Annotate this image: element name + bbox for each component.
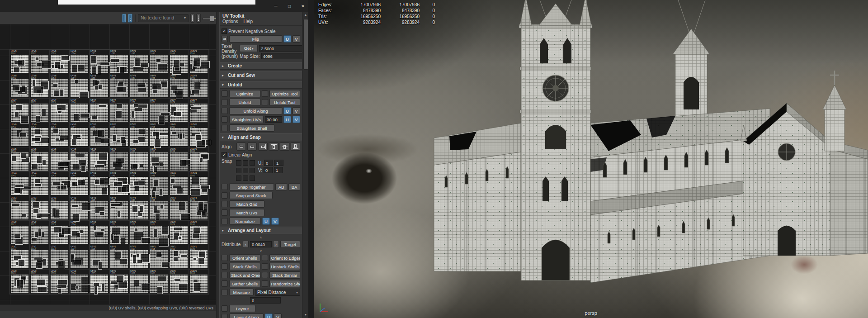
unfold-icon[interactable] bbox=[222, 99, 228, 105]
stack-shells-button[interactable]: Stack Shells bbox=[229, 263, 260, 270]
snap-grid-checkbox[interactable] bbox=[250, 160, 255, 166]
optimize-tool-button[interactable]: Optimize Tool bbox=[269, 90, 301, 97]
align-bottom-button[interactable] bbox=[291, 142, 300, 151]
help-menu[interactable]: Help bbox=[243, 19, 253, 24]
distribute-value[interactable] bbox=[250, 241, 272, 247]
snap-v-min[interactable] bbox=[264, 167, 273, 173]
straighten-shell-icon[interactable] bbox=[222, 125, 228, 131]
image-display-icon[interactable] bbox=[190, 14, 194, 23]
optimize-tool-icon[interactable] bbox=[262, 90, 268, 97]
toolkit-scrollbar[interactable]: ▲ ▼ bbox=[302, 12, 308, 318]
linear-align-checkbox[interactable]: ✓ bbox=[222, 152, 227, 157]
align-top-button[interactable] bbox=[269, 142, 278, 151]
minimize-button[interactable]: ─ bbox=[271, 3, 280, 10]
pixel-snap-icon[interactable] bbox=[196, 14, 200, 23]
align-right-button[interactable] bbox=[258, 142, 268, 151]
distribute-next-button[interactable]: › bbox=[273, 241, 279, 248]
unfold-tool-icon[interactable] bbox=[262, 99, 268, 105]
snap-grid-checkbox[interactable] bbox=[243, 160, 248, 166]
align-center-u-button[interactable] bbox=[247, 142, 257, 151]
layout-icon[interactable] bbox=[222, 305, 228, 312]
close-button[interactable]: ✕ bbox=[298, 3, 307, 10]
panel-splitter[interactable] bbox=[216, 12, 220, 318]
snap-grid-checkbox[interactable] bbox=[243, 176, 248, 181]
align-left-button[interactable] bbox=[236, 142, 246, 151]
shaded-display-toggle[interactable] bbox=[128, 14, 132, 23]
layout-along-v-button[interactable]: V bbox=[274, 313, 282, 318]
flip-v-button[interactable]: V bbox=[292, 35, 300, 43]
flip-u-button[interactable]: U bbox=[283, 35, 291, 43]
map-size-value[interactable] bbox=[261, 53, 302, 59]
stack-and-orient-button[interactable]: Stack and Orient bbox=[229, 271, 260, 279]
snap-ab-button[interactable]: AB bbox=[275, 183, 287, 190]
section-cut-and-sew[interactable]: ▸Cut and Sew bbox=[220, 71, 302, 79]
texel-density-value[interactable] bbox=[259, 45, 302, 52]
section-unfold[interactable]: ▾Unfold bbox=[220, 81, 302, 89]
align-middle-v-button[interactable] bbox=[280, 142, 289, 151]
snap-v-max[interactable] bbox=[274, 167, 283, 173]
measure-button[interactable]: Measure bbox=[229, 289, 254, 296]
snap-and-stack-button[interactable]: Snap and Stack bbox=[229, 192, 273, 199]
measure-mode-dropdown[interactable]: Pixel Distance ▾ bbox=[255, 289, 300, 296]
unfold-along-u-button[interactable]: U bbox=[283, 107, 291, 114]
section-align-and-snap[interactable]: ▾Align and Snap bbox=[220, 133, 302, 141]
gather-shells-icon[interactable] bbox=[222, 280, 228, 287]
section-create[interactable]: ▸Create bbox=[220, 62, 302, 70]
unfold-along-button[interactable]: Unfold Along bbox=[229, 107, 282, 114]
snap-u-max[interactable] bbox=[274, 160, 283, 166]
perspective-viewport[interactable]: Edges:17007936170079360Faces:84783908478… bbox=[314, 0, 868, 318]
texture-select-dropdown[interactable]: No texture found ▾ bbox=[138, 14, 189, 22]
uv-editor-titlebar[interactable]: ─ □ ✕ bbox=[0, 0, 308, 12]
scroll-up-icon[interactable]: ▲ bbox=[302, 12, 309, 18]
distribute-spin-up[interactable]: ∧ bbox=[222, 236, 300, 239]
stack-similar-icon[interactable] bbox=[262, 272, 268, 278]
maximize-button[interactable]: □ bbox=[285, 3, 294, 10]
image-dim-slider[interactable] bbox=[203, 15, 211, 21]
snap-together-button[interactable]: Snap Together bbox=[229, 183, 274, 190]
straighten-uvs-icon[interactable] bbox=[222, 116, 228, 123]
layout-along-icon[interactable] bbox=[222, 314, 228, 318]
distribute-target-button[interactable]: Target bbox=[280, 241, 300, 248]
snap-grid-checkbox[interactable] bbox=[250, 176, 255, 181]
flip-button[interactable]: Flip bbox=[229, 35, 282, 43]
unstack-shells-button[interactable]: Unstack Shells bbox=[269, 263, 301, 270]
snap-ba-button[interactable]: BA bbox=[288, 183, 300, 190]
scrollbar-thumb[interactable] bbox=[303, 19, 308, 70]
distribute-prev-button[interactable]: ‹ bbox=[243, 241, 249, 248]
unfold-tool-button[interactable]: Unfold Tool bbox=[269, 99, 301, 106]
match-grid-icon[interactable] bbox=[222, 201, 228, 207]
snap-grid-checkbox[interactable] bbox=[250, 168, 255, 173]
snap-u-min[interactable] bbox=[264, 160, 273, 166]
snap-grid-checkbox[interactable] bbox=[236, 168, 241, 173]
match-grid-button[interactable]: Match Grid bbox=[229, 200, 264, 208]
straighten-u-button[interactable]: U bbox=[283, 116, 291, 123]
randomize-shells-button[interactable]: Randomize Shells bbox=[269, 280, 301, 287]
randomize-shells-icon[interactable] bbox=[262, 280, 268, 287]
unfold-along-v-button[interactable]: V bbox=[292, 107, 300, 114]
unstack-shells-icon[interactable] bbox=[262, 263, 268, 270]
orient-shells-button[interactable]: Orient Shells bbox=[229, 254, 260, 261]
layout-button[interactable]: Layout bbox=[229, 305, 255, 312]
uv-canvas[interactable]: U1V91091U2V91092U3V91093U4V91094U5V91095… bbox=[0, 12, 216, 311]
snap-and-stack-icon[interactable] bbox=[222, 192, 228, 199]
scroll-down-icon[interactable]: ▼ bbox=[302, 312, 309, 318]
orient-to-edges-icon[interactable] bbox=[262, 255, 268, 261]
normalize-icon[interactable] bbox=[222, 218, 228, 224]
orient-to-edges-button[interactable]: Orient to Edges bbox=[269, 254, 301, 261]
options-menu[interactable]: Options bbox=[222, 19, 238, 24]
normalize-v-button[interactable]: V bbox=[271, 218, 279, 225]
straighten-uvs-button[interactable]: Straighten UVs bbox=[229, 116, 264, 123]
orient-shells-icon[interactable] bbox=[222, 255, 228, 261]
distribute-spin-down[interactable]: ∨ bbox=[222, 249, 300, 253]
match-uvs-button[interactable]: Match UVs bbox=[229, 209, 264, 216]
slider-handle[interactable] bbox=[210, 16, 214, 22]
snap-grid-checkbox[interactable] bbox=[236, 160, 241, 166]
snap-grid-checkbox[interactable] bbox=[243, 168, 248, 173]
layout-along-u-button[interactable]: U bbox=[265, 313, 273, 318]
snap-together-icon[interactable] bbox=[222, 184, 228, 190]
section-arrange-and-layout[interactable]: ▾Arrange and Layout bbox=[220, 227, 302, 234]
stack-similar-button[interactable]: Stack Similar bbox=[269, 271, 301, 279]
stack-and-orient-icon[interactable] bbox=[222, 272, 228, 278]
texel-get-button[interactable]: Get▾ bbox=[240, 45, 258, 52]
unfold-button[interactable]: Unfold bbox=[229, 99, 260, 106]
